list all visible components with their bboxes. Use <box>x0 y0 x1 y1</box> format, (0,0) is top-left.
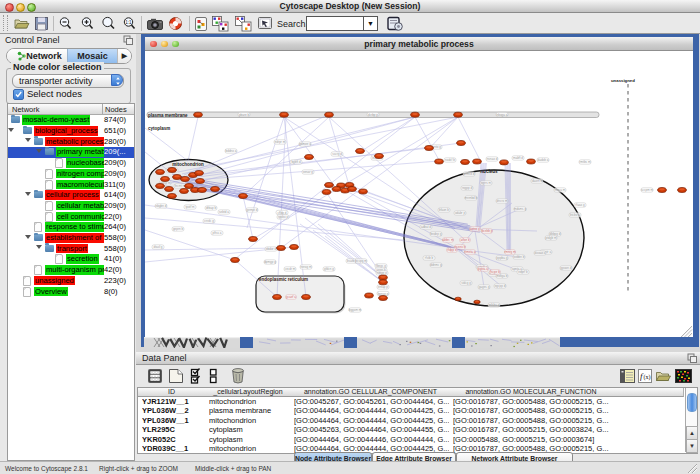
svg-text:prmcd d: prmcd d <box>464 172 475 176</box>
svg-text:endoplasmic reticulum: endoplasmic reticulum <box>259 277 308 282</box>
svg-text:bcebb p: bcebb p <box>482 229 493 233</box>
svg-text:bggom m: bggom m <box>349 308 362 312</box>
svg-text:pcspg m: pcspg m <box>355 259 367 263</box>
svg-text:oesar g: oesar g <box>303 170 313 174</box>
svg-text:pbare b: pbare b <box>239 113 250 117</box>
svg-text:gcaef a: gcaef a <box>286 295 296 299</box>
svg-text:nsnao d: nsnao d <box>487 157 498 161</box>
svg-text:bndep g: bndep g <box>431 232 442 236</box>
svg-text:rfdpp d: rfdpp d <box>447 248 457 252</box>
svg-text:odabr p: odabr p <box>455 211 466 215</box>
svg-text:ebdor d: ebdor d <box>266 247 277 251</box>
svg-text:gfdcn g: gfdcn g <box>324 267 334 271</box>
svg-text:ddnmc g: ddnmc g <box>430 263 442 267</box>
svg-text:oobbn b: oobbn b <box>514 255 525 259</box>
svg-text:rfaao g: rfaao g <box>575 203 585 207</box>
svg-text:mdsms g: mdsms g <box>514 207 527 211</box>
svg-text:cnrdc g: cnrdc g <box>204 219 214 223</box>
svg-text:mitochondrion: mitochondrion <box>172 162 204 167</box>
svg-text:atfon b: atfon b <box>460 238 470 242</box>
svg-text:aptne p: aptne p <box>470 227 480 231</box>
svg-text:gages g: gages g <box>479 285 490 289</box>
svg-text:sscrg d: sscrg d <box>332 152 342 156</box>
svg-text:nboga a: nboga a <box>497 113 508 117</box>
svg-text:nmeta a: nmeta a <box>465 250 476 254</box>
svg-text:nucleus: nucleus <box>480 169 498 174</box>
svg-text:edprf b: edprf b <box>518 270 528 274</box>
svg-text:pppba g: pppba g <box>497 256 508 260</box>
svg-text:fscpe b: fscpe b <box>490 270 500 274</box>
svg-text:mdtga b: mdtga b <box>497 274 508 278</box>
svg-text:pgtea a: pgtea a <box>478 267 488 271</box>
svg-text:cytoplasm: cytoplasm <box>148 126 170 131</box>
svg-text:bpnse p: bpnse p <box>378 292 389 296</box>
svg-text:fecmt m: fecmt m <box>175 184 186 188</box>
svg-text:plasma membrane: plasma membrane <box>148 113 188 118</box>
svg-text:dadob a: dadob a <box>538 158 549 162</box>
svg-text:tpotf m: tpotf m <box>185 205 195 209</box>
svg-text:bfaon b: bfaon b <box>439 208 449 212</box>
svg-text:egrrs m: egrrs m <box>481 181 492 185</box>
svg-text:nerog m: nerog m <box>300 265 312 269</box>
svg-text:drbap b: drbap b <box>206 206 217 210</box>
svg-text:geprn b: geprn b <box>173 227 184 231</box>
svg-text:cffdp d: cffdp d <box>278 211 287 215</box>
svg-text:egcpp d: egcpp d <box>495 284 506 288</box>
svg-text:unassigned: unassigned <box>611 78 635 83</box>
svg-text:mnmbd b: mnmbd b <box>465 196 478 200</box>
svg-text:nbgbn d: nbgbn d <box>156 204 167 208</box>
svg-text:abbrc m: abbrc m <box>443 238 454 242</box>
svg-text:dncro m: dncro m <box>497 199 508 203</box>
svg-text:rmnrg m: rmnrg m <box>504 250 516 254</box>
svg-text:pftss a: pftss a <box>213 231 222 235</box>
svg-text:regpp d: regpp d <box>462 186 473 190</box>
svg-text:nodcf b: nodcf b <box>445 158 455 162</box>
svg-text:cecdr m: cecdr m <box>285 267 296 271</box>
svg-text:adbat d: adbat d <box>421 225 431 229</box>
svg-text:dtasf g: dtasf g <box>153 245 162 249</box>
svg-text:bgbft d: bgbft d <box>291 160 301 164</box>
svg-text:rfstb b: rfstb b <box>425 256 434 260</box>
svg-text:gdmoe a: gdmoe a <box>299 142 311 146</box>
svg-text:nbtpe p: nbtpe p <box>377 271 387 275</box>
svg-text:dcrbp p: dcrbp p <box>368 113 378 117</box>
svg-text:ntnca m: ntnca m <box>555 188 566 192</box>
svg-text:entap p: entap p <box>378 285 388 289</box>
svg-text:mfsba g: mfsba g <box>489 303 500 307</box>
svg-text:dooao a: dooao a <box>535 251 546 255</box>
svg-text:sebtd a: sebtd a <box>219 210 229 214</box>
svg-text:gempt d: gempt d <box>247 208 258 212</box>
svg-text:(x): (x) <box>644 374 651 381</box>
svg-text:sccpm m: sccpm m <box>641 188 654 192</box>
svg-text:btcbo a: btcbo a <box>570 213 580 217</box>
svg-text:daorn a: daorn a <box>532 179 543 183</box>
svg-text:ptdgb m: ptdgb m <box>546 236 557 240</box>
svg-text:gpoon d: gpoon d <box>561 266 572 270</box>
svg-text:ndrpr m: ndrpr m <box>275 140 286 144</box>
svg-text:dpmgp g: dpmgp g <box>264 260 276 264</box>
svg-text:bddno a: bddno a <box>226 149 237 153</box>
svg-text:rmtbs m: rmtbs m <box>580 160 591 164</box>
svg-text:stdcg g: stdcg g <box>461 281 471 285</box>
svg-text:rppbo p: rppbo p <box>278 215 289 219</box>
svg-text:mabft d: mabft d <box>513 156 523 160</box>
svg-text:1:1: 1:1 <box>125 20 132 25</box>
